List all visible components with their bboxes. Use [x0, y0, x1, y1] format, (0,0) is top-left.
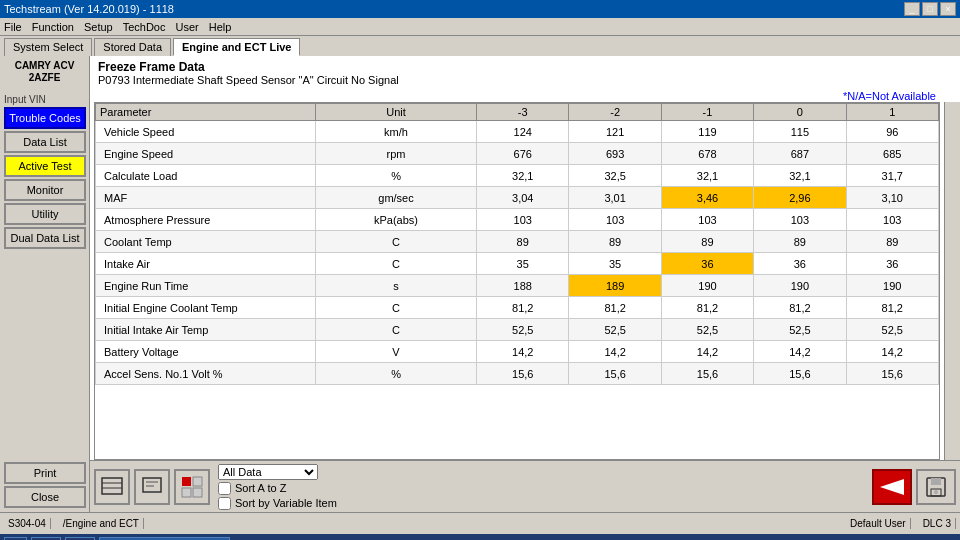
table-cell: 103 [477, 209, 569, 231]
menu-setup[interactable]: Setup [84, 21, 113, 33]
table-cell: 15,6 [661, 363, 753, 385]
table-row: Initial Engine Coolant TempC81,281,281,2… [96, 297, 939, 319]
table-row: Intake AirC3535363636 [96, 253, 939, 275]
table-cell: gm/sec [316, 187, 477, 209]
table-cell: 14,2 [754, 341, 846, 363]
table-cell: 89 [846, 231, 938, 253]
table-cell: V [316, 341, 477, 363]
col-0: 0 [754, 104, 846, 121]
svg-point-12 [934, 490, 938, 494]
save-button[interactable] [916, 469, 956, 505]
all-data-dropdown[interactable]: All Data Sort A to Z Sort by Variable It… [218, 464, 318, 480]
icon-btn-2[interactable] [134, 469, 170, 505]
table-cell: 32,5 [569, 165, 661, 187]
table-cell: Intake Air [96, 253, 316, 275]
table-cell: 89 [477, 231, 569, 253]
col-unit: Unit [316, 104, 477, 121]
menu-user[interactable]: User [175, 21, 198, 33]
table-cell: 3,01 [569, 187, 661, 209]
menu-help[interactable]: Help [209, 21, 232, 33]
status-dlc: DLC 3 [919, 518, 956, 529]
table-cell: 103 [661, 209, 753, 231]
table-cell: Engine Run Time [96, 275, 316, 297]
menu-file[interactable]: File [4, 21, 22, 33]
table-cell: 52,5 [569, 319, 661, 341]
dual-data-list-button[interactable]: Dual Data List [4, 227, 86, 249]
tab-engine-ect[interactable]: Engine and ECT Live [173, 38, 300, 56]
table-cell: 189 [569, 275, 661, 297]
taskbar: ⊞ T Techstream (Ver 14... ∧ 🔊 🖥 РУС 21:1… [0, 534, 960, 540]
data-list-button[interactable]: Data List [4, 131, 86, 153]
table-row: Engine Run Times188189190190190 [96, 275, 939, 297]
table-cell: 190 [661, 275, 753, 297]
minimize-button[interactable]: _ [904, 2, 920, 16]
checkbox-sort-var-input[interactable] [218, 497, 231, 510]
menu-function[interactable]: Function [32, 21, 74, 33]
table-cell: 35 [477, 253, 569, 275]
table-cell: 52,5 [846, 319, 938, 341]
tab-system-select[interactable]: System Select [4, 38, 92, 56]
active-test-button[interactable]: Active Test [4, 155, 86, 177]
table-cell: 3,46 [661, 187, 753, 209]
table-cell: 35 [569, 253, 661, 275]
svg-rect-0 [102, 478, 122, 494]
table-cell: 190 [754, 275, 846, 297]
checkbox-sort-var: Sort by Variable Item [218, 497, 337, 510]
table-cell: Initial Engine Coolant Temp [96, 297, 316, 319]
table-cell: 15,6 [477, 363, 569, 385]
table-cell: 32,1 [754, 165, 846, 187]
table-row: Atmosphere PressurekPa(abs)1031031031031… [96, 209, 939, 231]
table-cell: Atmosphere Pressure [96, 209, 316, 231]
status-code: S304-04 [4, 518, 51, 529]
table-cell: C [316, 297, 477, 319]
close-button[interactable]: Close [4, 486, 86, 508]
table-cell: 89 [569, 231, 661, 253]
checkbox-sort-az-label: Sort A to Z [235, 482, 286, 494]
checkbox-sort-var-label: Sort by Variable Item [235, 497, 337, 509]
table-row: Calculate Load%32,132,532,132,131,7 [96, 165, 939, 187]
table-cell: 36 [846, 253, 938, 275]
svg-rect-10 [931, 478, 941, 485]
scrollbar[interactable] [944, 102, 960, 460]
back-arrow-button[interactable] [872, 469, 912, 505]
col-neg1: -1 [661, 104, 753, 121]
icon-btn-1[interactable] [94, 469, 130, 505]
table-row: Battery VoltageV14,214,214,214,214,2 [96, 341, 939, 363]
table-cell: 188 [477, 275, 569, 297]
table-row: MAFgm/sec3,043,013,462,963,10 [96, 187, 939, 209]
data-table-wrapper[interactable]: Parameter Unit -3 -2 -1 0 1 Vehicle Spee… [94, 102, 940, 460]
table-cell: Initial Intake Air Temp [96, 319, 316, 341]
table-cell: 103 [846, 209, 938, 231]
maximize-button[interactable]: □ [922, 2, 938, 16]
utility-button[interactable]: Utility [4, 203, 86, 225]
table-cell: % [316, 165, 477, 187]
trouble-codes-button[interactable]: Trouble Codes [4, 107, 86, 129]
table-cell: Vehicle Speed [96, 121, 316, 143]
monitor-button[interactable]: Monitor [4, 179, 86, 201]
icon-btn-3[interactable] [174, 469, 210, 505]
table-cell: 678 [661, 143, 753, 165]
tab-stored-data[interactable]: Stored Data [94, 38, 171, 56]
table-row: Engine Speedrpm676693678687685 [96, 143, 939, 165]
table-cell: 36 [661, 253, 753, 275]
car-label: CAMRY ACV 2AZFE [4, 60, 85, 84]
table-cell: 15,6 [754, 363, 846, 385]
menu-bar: File Function Setup TechDoc User Help [0, 18, 960, 36]
col-neg3: -3 [477, 104, 569, 121]
table-cell: 52,5 [754, 319, 846, 341]
svg-rect-5 [193, 477, 202, 486]
close-window-button[interactable]: × [940, 2, 956, 16]
table-cell: C [316, 231, 477, 253]
freeze-header: Freeze Frame Data P0793 Intermediate Sha… [90, 56, 960, 90]
table-cell: 81,2 [846, 297, 938, 319]
table-cell: 36 [754, 253, 846, 275]
checkbox-sort-az-input[interactable] [218, 482, 231, 495]
print-button[interactable]: Print [4, 462, 86, 484]
menu-techdoc[interactable]: TechDoc [123, 21, 166, 33]
table-cell: C [316, 253, 477, 275]
table-cell: 52,5 [477, 319, 569, 341]
svg-rect-7 [193, 488, 202, 497]
table-cell: s [316, 275, 477, 297]
table-cell: 81,2 [569, 297, 661, 319]
col-parameter: Parameter [96, 104, 316, 121]
